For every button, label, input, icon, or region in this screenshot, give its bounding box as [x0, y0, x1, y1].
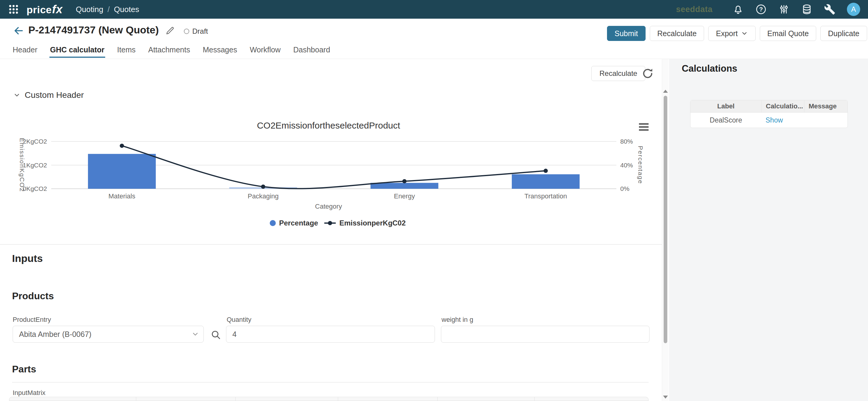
- tab-ghc-calculator[interactable]: GHC calculator: [50, 44, 105, 58]
- section-divider: [0, 244, 662, 245]
- custom-header-label: Custom Header: [25, 90, 84, 100]
- scrollbar-thumb[interactable]: [664, 96, 667, 343]
- bar-materials[interactable]: [88, 154, 156, 189]
- status-badge: Draft: [184, 27, 208, 36]
- row-label: DealScore: [690, 112, 761, 128]
- quote-header: P-2147491737 (New Quote) Draft Submit Re…: [0, 19, 868, 59]
- right-axis-title: Percentage: [637, 146, 644, 184]
- weight-input[interactable]: [441, 326, 650, 343]
- emission-point-transportation[interactable]: [544, 169, 548, 173]
- category-label: Packaging: [248, 192, 279, 200]
- duplicate-button[interactable]: Duplicate: [820, 26, 867, 41]
- svg-text:Percentage: Percentage: [279, 219, 318, 227]
- matrix-column-divider: [534, 397, 535, 401]
- scrollbar-down-arrow[interactable]: [663, 396, 668, 399]
- left-axis-tick: 0KgCO2: [23, 185, 47, 192]
- chevron-down-icon: [13, 92, 21, 99]
- status-circle-icon: [184, 29, 189, 34]
- environment-watermark: seeddata: [676, 5, 712, 14]
- settings-sliders-icon[interactable]: [778, 4, 789, 15]
- tab-header[interactable]: Header: [12, 44, 38, 58]
- status-label: Draft: [192, 27, 208, 36]
- matrix-column-divider: [437, 397, 438, 401]
- tab-workflow[interactable]: Workflow: [249, 44, 281, 58]
- column-header-message: Message: [804, 100, 847, 112]
- input-matrix-label: InputMatrix: [13, 389, 45, 397]
- show-calculation-link[interactable]: Show: [766, 116, 783, 124]
- bar-energy[interactable]: [370, 183, 438, 189]
- user-avatar[interactable]: A: [847, 3, 860, 16]
- avatar-initial: A: [851, 5, 856, 13]
- weight-label: weight in g: [441, 316, 473, 324]
- custom-header-toggle[interactable]: Custom Header: [13, 90, 84, 100]
- svg-text:?: ?: [759, 6, 763, 13]
- export-label: Export: [716, 29, 738, 38]
- emission-point-materials[interactable]: [120, 144, 124, 148]
- notifications-bell-icon[interactable]: [733, 4, 744, 15]
- app-launcher-icon[interactable]: [8, 4, 19, 15]
- emission-line: [122, 146, 546, 189]
- page-body: Recalculate Custom Header CO2Emissionfor…: [0, 59, 868, 401]
- back-arrow-icon[interactable]: [13, 25, 24, 36]
- help-icon[interactable]: ?: [755, 4, 767, 15]
- tab-dashboard[interactable]: Dashboard: [293, 44, 331, 58]
- app-window: pricefx Quoting / Quotes seeddata ?: [0, 0, 868, 401]
- content-recalculate-button[interactable]: Recalculate: [591, 66, 645, 81]
- breadcrumb-module[interactable]: Quoting: [76, 5, 103, 14]
- product-entry-value: Abita Amber (B-0067): [19, 330, 91, 339]
- calculations-heading: Calculations: [682, 63, 737, 74]
- chart-context-menu-icon[interactable]: [639, 123, 649, 131]
- export-button[interactable]: Export: [708, 26, 755, 41]
- refresh-icon[interactable]: [641, 67, 654, 80]
- email-quote-button[interactable]: Email Quote: [760, 26, 816, 41]
- emission-point-packaging[interactable]: [261, 185, 265, 189]
- data-manager-database-icon[interactable]: [801, 4, 812, 15]
- emission-point-energy[interactable]: [402, 179, 407, 183]
- breadcrumb-page[interactable]: Quotes: [114, 5, 139, 14]
- right-axis-tick: 80%: [620, 138, 633, 145]
- left-axis-title: EmissionKgCO2: [19, 138, 26, 192]
- chevron-down-icon: [191, 330, 199, 338]
- edit-pencil-icon[interactable]: [165, 26, 175, 36]
- admin-wrench-icon[interactable]: [824, 4, 835, 15]
- tab-items[interactable]: Items: [117, 44, 136, 58]
- right-axis-tick: 40%: [620, 162, 633, 169]
- quantity-input[interactable]: [226, 326, 435, 343]
- parts-heading: Parts: [12, 364, 36, 375]
- breadcrumb-separator: /: [107, 5, 110, 14]
- product-entry-select[interactable]: Abita Amber (B-0067): [13, 326, 204, 343]
- input-matrix-table[interactable]: [9, 397, 649, 401]
- quote-tabs: Header GHC calculator Items Attachments …: [12, 44, 331, 58]
- breadcrumb: Quoting / Quotes: [76, 5, 139, 14]
- calculations-panel: Calculations Label Calculatio... Message…: [669, 59, 868, 401]
- vertical-scrollbar: [662, 59, 669, 401]
- parts-divider: [12, 382, 649, 382]
- tab-attachments[interactable]: Attachments: [148, 44, 191, 58]
- column-header-calculation: Calculatio...: [761, 100, 804, 112]
- products-heading: Products: [12, 291, 54, 302]
- submit-button[interactable]: Submit: [607, 26, 646, 41]
- product-search-icon[interactable]: [210, 329, 221, 340]
- legend-item-emission[interactable]: EmissionperKgC02: [324, 219, 406, 227]
- inputs-heading: Inputs: [12, 253, 43, 264]
- tab-messages[interactable]: Messages: [202, 44, 238, 58]
- matrix-column-divider: [338, 397, 338, 401]
- left-axis-tick: 2KgCO2: [23, 138, 47, 145]
- chevron-down-icon: [741, 30, 748, 37]
- left-axis-tick: 1KgCO2: [23, 162, 47, 169]
- quote-actions: Submit Recalculate Export Email Quote Du…: [607, 26, 868, 41]
- category-label: Materials: [108, 192, 135, 200]
- emission-chart: CO2EmissionfortheselectedProduct0KgCO20%…: [12, 113, 651, 233]
- logo-fx-text: fx: [52, 3, 63, 16]
- scrollbar-up-arrow[interactable]: [663, 90, 668, 93]
- product-entry-label: ProductEntry: [13, 316, 51, 324]
- right-axis-tick: 0%: [620, 185, 629, 192]
- recalculate-button[interactable]: Recalculate: [650, 26, 704, 41]
- bar-transportation[interactable]: [512, 174, 580, 189]
- category-label: Transportation: [524, 192, 567, 200]
- navbar-right: seeddata ?: [676, 3, 860, 16]
- logo-text: price: [27, 4, 52, 15]
- chart-title: CO2EmissionfortheselectedProduct: [257, 121, 400, 130]
- pricefx-logo[interactable]: pricefx: [27, 3, 63, 16]
- legend-item-percentage[interactable]: Percentage: [270, 219, 318, 227]
